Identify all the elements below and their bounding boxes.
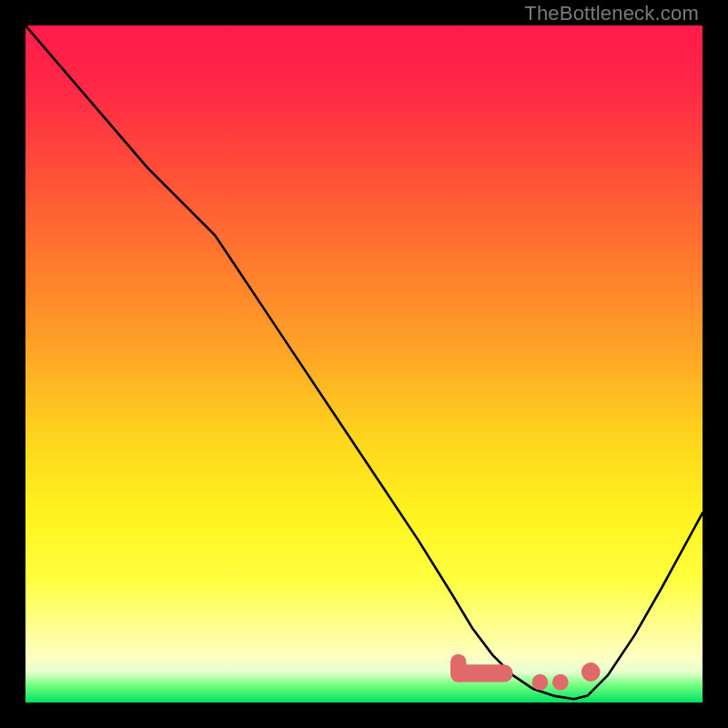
- chart-frame: [25, 25, 703, 703]
- bottleneck-chart: [25, 25, 703, 703]
- highlight-segment-nub: [450, 654, 466, 682]
- highlight-dot-1: [532, 674, 549, 691]
- watermark-text: TheBottleneck.com: [524, 2, 699, 25]
- highlight-dot-3: [581, 662, 601, 682]
- gradient-background: [25, 25, 703, 703]
- highlight-dot-2: [552, 674, 569, 691]
